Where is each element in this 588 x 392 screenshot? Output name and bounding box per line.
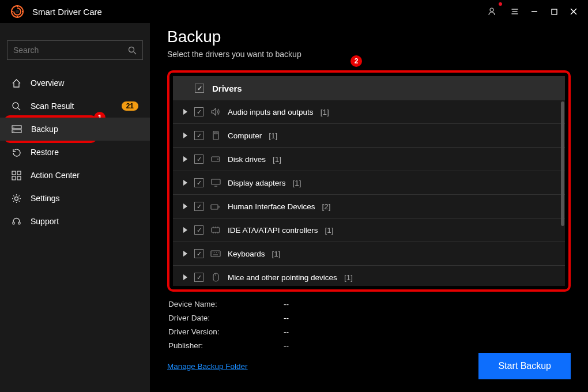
device-name-value: -- [284,300,571,308]
driver-version-value: -- [284,327,571,336]
restore-icon [12,148,21,157]
driver-checkbox[interactable]: ✓ [194,273,203,282]
sidebar-item-label: Action Center [31,171,138,180]
expand-icon[interactable] [183,251,187,257]
user-icon[interactable] [483,3,500,20]
app-logo-icon [10,5,24,18]
svg-rect-12 [12,176,16,180]
grid-icon [12,171,21,180]
svg-point-2 [490,8,493,12]
driver-name: Disk drives [228,155,266,164]
driver-row[interactable]: ✓ Keyboards [1] [173,242,565,266]
svg-rect-24 [211,251,220,257]
svg-point-5 [13,103,18,108]
minimize-button[interactable] [526,3,543,20]
driver-row[interactable]: ✓ Mice and other pointing devices [1] [173,266,565,286]
sidebar-item-label: Backup [31,125,138,134]
expand-icon[interactable] [183,274,187,280]
sidebar-item-restore[interactable]: Restore [0,141,150,164]
driver-list: ✓ Audio inputs and outputs [1] ✓ Compute… [173,100,565,286]
expand-icon[interactable] [183,156,187,162]
svg-rect-11 [17,171,21,175]
driver-name: Keyboards [228,250,265,258]
driver-date-value: -- [284,314,571,322]
audio-icon [210,108,221,116]
svg-rect-13 [17,176,21,180]
scroll-thumb[interactable] [561,101,564,226]
drivers-header-row[interactable]: ✓ Drivers [173,76,565,100]
publisher-value: -- [284,341,571,350]
sidebar-item-overview[interactable]: Overview [0,71,150,95]
svg-rect-22 [211,205,218,209]
mouse-icon [210,273,221,282]
svg-point-14 [15,197,18,200]
driver-count: [1] [269,131,277,140]
drivers-panel: 2 ✓ Drivers ✓ Audio inputs and outputs [… [167,70,571,292]
driver-checkbox[interactable]: ✓ [194,225,203,235]
svg-rect-3 [552,9,557,14]
display-icon [210,179,221,187]
computer-icon [210,131,221,140]
scrollbar[interactable] [561,101,564,285]
driver-version-label: Driver Version: [168,327,284,336]
sidebar-item-scan-result[interactable]: Scan Result 21 [0,95,150,118]
scan-badge: 21 [122,101,138,111]
driver-checkbox[interactable]: ✓ [194,202,203,211]
search-box[interactable] [7,40,143,60]
search-input[interactable] [13,46,128,55]
sidebar-item-settings[interactable]: Settings [0,187,150,210]
keyboard-icon [210,250,221,257]
sidebar-item-label: Settings [31,194,138,203]
expand-icon[interactable] [183,203,187,209]
sidebar-item-action-center[interactable]: Action Center [0,164,150,187]
driver-count: [1] [272,250,281,258]
page-title: Backup [167,28,571,46]
callout-2: 2 [350,55,362,67]
driver-checkbox[interactable]: ✓ [194,131,203,140]
expand-icon[interactable] [183,109,187,115]
sidebar: Overview Scan Result 21 1 Backup Restore… [0,23,150,392]
expand-icon[interactable] [183,227,187,233]
driver-name: Human Interface Devices [228,202,315,211]
manage-backup-link[interactable]: Manage Backup Folder [167,362,248,371]
hid-icon [210,203,221,210]
driver-count: [1] [344,273,353,282]
driver-count: [1] [273,155,281,164]
sidebar-item-backup[interactable]: Backup [0,118,150,141]
driver-name: Audio inputs and outputs [228,108,314,116]
select-all-checkbox[interactable]: ✓ [195,84,204,93]
driver-count: [1] [293,179,301,187]
svg-point-1 [16,10,19,13]
svg-point-8 [13,126,14,127]
publisher-label: Publisher: [168,341,284,350]
driver-checkbox[interactable]: ✓ [194,107,203,116]
svg-rect-18 [214,133,217,134]
svg-rect-23 [212,228,220,232]
sidebar-item-support[interactable]: Support [0,210,150,233]
driver-row[interactable]: ✓ Disk drives [1] [173,148,565,171]
start-backup-button[interactable]: Start Backup [478,353,571,379]
ide-icon [210,226,221,234]
expand-icon[interactable] [183,133,187,138]
driver-checkbox[interactable]: ✓ [194,154,203,164]
driver-row[interactable]: ✓ Computer [1] [173,124,565,148]
driver-count: [1] [325,226,334,235]
driver-name: Mice and other pointing devices [228,273,337,282]
sidebar-item-label: Support [31,217,138,226]
driver-checkbox[interactable]: ✓ [194,178,203,187]
driver-row[interactable]: ✓ Audio inputs and outputs [1] [173,100,565,124]
svg-rect-21 [212,179,220,184]
driver-row[interactable]: ✓ IDE ATA/ATAPI controllers [1] [173,218,565,242]
maximize-button[interactable] [545,3,563,20]
driver-row[interactable]: ✓ Human Interface Devices [2] [173,195,565,218]
driver-checkbox[interactable]: ✓ [194,249,203,258]
gear-icon [12,194,21,203]
hamburger-icon[interactable] [506,3,523,20]
driver-row[interactable]: ✓ Display adapters [1] [173,171,565,195]
search-icon [128,46,137,55]
driver-details: Device Name: -- Driver Date: -- Driver V… [167,300,571,350]
close-button[interactable] [565,3,582,20]
disk-icon [210,155,221,163]
headset-icon [12,217,21,227]
expand-icon[interactable] [183,180,187,186]
